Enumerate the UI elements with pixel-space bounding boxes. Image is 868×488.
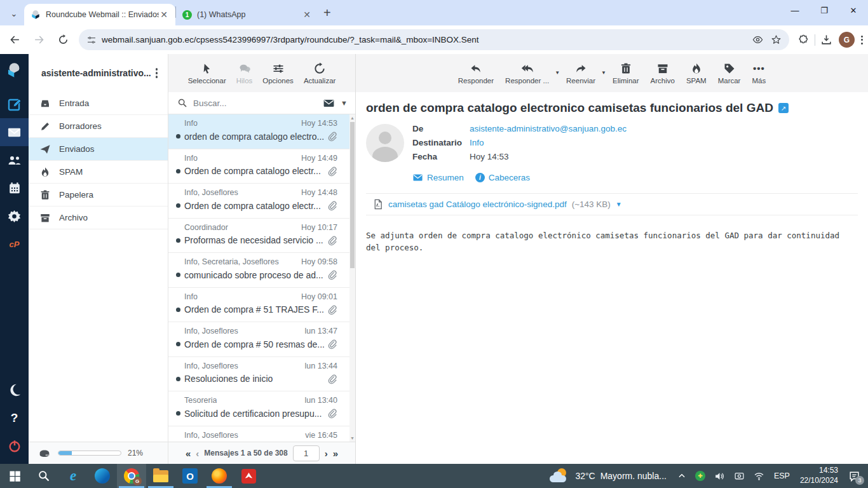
folder-item-spam[interactable]: SPAM xyxy=(29,161,168,184)
search-scope-envelope-icon[interactable] xyxy=(323,97,335,109)
summary-link[interactable]: Resumen xyxy=(412,172,464,183)
message-list-item[interactable]: Info, Josefloresvie 16:45 xyxy=(168,426,355,442)
folder-item-enviados[interactable]: Enviados xyxy=(29,138,168,161)
profile-avatar[interactable]: G xyxy=(839,32,855,48)
search-input[interactable] xyxy=(193,98,317,108)
acrobat-icon[interactable] xyxy=(234,464,263,488)
help-icon[interactable]: ? xyxy=(0,404,29,432)
extensions-icon[interactable] xyxy=(798,34,810,46)
url-text[interactable]: webmail.sanjuan.gob.ec/cpsess5423996997/… xyxy=(102,35,745,44)
restore-button[interactable]: ❐ xyxy=(810,0,839,20)
contacts-nav-icon[interactable] xyxy=(0,146,29,174)
chat-toolbar-button[interactable]: Hilos xyxy=(233,61,257,86)
back-icon[interactable] xyxy=(5,30,24,50)
message-list-item[interactable]: InfoHoy 14:53orden de compra catalogo el… xyxy=(168,114,355,149)
forward-toolbar-button[interactable]: Reenviar xyxy=(561,61,600,86)
tab-roundcube[interactable]: Roundcube Webmail :: Enviados ✕ xyxy=(24,4,175,25)
message-list-item[interactable]: Info, Josefloreslun 13:44Resoluciones de… xyxy=(168,357,355,392)
firefox-icon[interactable] xyxy=(205,464,234,488)
to-address-link[interactable]: Info xyxy=(470,138,484,147)
first-page-icon[interactable]: « xyxy=(186,448,191,459)
mail-nav-icon[interactable] xyxy=(0,118,29,146)
tab-search-button[interactable]: ⌄ xyxy=(5,4,23,22)
dots-toolbar-button[interactable]: •••Más xyxy=(747,61,771,86)
list-scrollbar[interactable]: ▲ ▼ xyxy=(349,114,355,442)
message-list-item[interactable]: CoordinadorHoy 10:17Proformas de necesid… xyxy=(168,219,355,254)
dark-mode-moon-icon[interactable] xyxy=(0,376,29,404)
close-button[interactable]: ✕ xyxy=(839,0,868,20)
tab-whatsapp[interactable]: 1 (1) WhatsApp ✕ xyxy=(176,4,318,25)
pointer-toolbar-button[interactable]: Seleccionar xyxy=(184,61,230,86)
reply-toolbar-button[interactable]: Responder xyxy=(453,61,499,86)
folder-item-archivo[interactable]: Archivo xyxy=(29,207,168,229)
message-list-item[interactable]: Tesorerialun 13:40Solicitud de certifica… xyxy=(168,391,355,426)
browser-menu-icon[interactable] xyxy=(861,36,863,44)
archivebox-toolbar-button[interactable]: Archivo xyxy=(646,61,680,86)
message-list-item[interactable]: Info, Secretaria, JosefloresHoy 09:58com… xyxy=(168,253,355,288)
headers-link[interactable]: i Cabeceras xyxy=(475,173,530,182)
page-number-input[interactable] xyxy=(293,445,320,461)
internet-explorer-icon[interactable]: e xyxy=(58,464,88,488)
clock[interactable]: 14:53 22/10/2024 xyxy=(795,466,843,485)
from-address-link[interactable]: asistente-administrativo@sanjuan.gob.ec xyxy=(470,124,627,133)
folder-item-entrada[interactable]: Entrada xyxy=(29,92,168,115)
chrome-taskbar-icon[interactable]: G xyxy=(117,464,146,488)
tray-expand-chevron-icon[interactable] xyxy=(673,471,691,480)
settings-gear-icon[interactable] xyxy=(0,202,29,230)
folder-item-papelera[interactable]: Papelera xyxy=(29,184,168,207)
antivirus-tray-icon[interactable] xyxy=(691,471,710,481)
file-explorer-icon[interactable] xyxy=(146,464,175,488)
site-settings-icon[interactable] xyxy=(86,35,97,45)
calendar-nav-icon[interactable] xyxy=(0,174,29,202)
language-indicator[interactable]: ESP xyxy=(769,471,795,480)
prev-page-icon[interactable]: ‹ xyxy=(196,448,199,459)
message-list-item[interactable]: Info, Josefloreslun 13:47Orden de compra… xyxy=(168,322,355,357)
next-page-icon[interactable]: › xyxy=(325,448,328,459)
dropdown-caret-icon[interactable]: ▼ xyxy=(555,70,560,76)
sliders-toolbar-button[interactable]: Opciones xyxy=(259,61,297,86)
action-center-icon[interactable]: 3 xyxy=(843,470,868,482)
minimize-button[interactable]: — xyxy=(780,0,810,20)
message-list-item[interactable]: InfoHoy 09:01Orden de compra # 51 TRAJES… xyxy=(168,288,355,323)
message-list-item[interactable]: Info, JosefloresHoy 14:48Orden de compra… xyxy=(168,184,355,219)
folder-menu-icon[interactable] xyxy=(152,65,162,81)
volume-icon[interactable] xyxy=(710,471,729,482)
replyall-toolbar-button[interactable]: Responder ... xyxy=(500,61,554,86)
downloads-icon[interactable] xyxy=(820,34,832,46)
search-options-chevron-icon[interactable]: ▼ xyxy=(341,99,348,107)
tab-close-icon[interactable]: ✕ xyxy=(302,10,312,20)
dropdown-caret-icon[interactable]: ▼ xyxy=(601,70,606,76)
reload-icon[interactable] xyxy=(53,30,72,50)
last-page-icon[interactable]: » xyxy=(333,448,338,459)
compose-button[interactable] xyxy=(0,90,29,118)
new-tab-button[interactable]: + xyxy=(323,6,331,20)
open-in-new-window-icon[interactable]: ↗ xyxy=(778,103,789,113)
bookmark-star-icon[interactable] xyxy=(771,34,782,45)
weather-widget[interactable]: 32°C Mayorm. nubla... xyxy=(542,468,673,484)
cpanel-icon[interactable]: cP xyxy=(0,230,29,258)
display-cast-icon[interactable] xyxy=(729,471,749,482)
message-subject: Orden de compra catalogo electr... xyxy=(184,166,324,176)
attachment-link[interactable]: camisetas gad Catálogo electrónico-signe… xyxy=(388,200,567,209)
search-icon[interactable] xyxy=(177,98,187,108)
message-list-item[interactable]: InfoHoy 14:49Orden de compra catalogo el… xyxy=(168,149,355,184)
start-button[interactable] xyxy=(0,464,29,488)
tab-close-icon[interactable]: ✕ xyxy=(159,10,169,20)
outlook-icon[interactable]: O xyxy=(175,464,205,488)
scroll-up-icon[interactable]: ▲ xyxy=(349,116,355,120)
scroll-down-icon[interactable]: ▼ xyxy=(349,436,355,440)
omnibox[interactable]: webmail.sanjuan.gob.ec/cpsess5423996997/… xyxy=(79,29,789,50)
tag-toolbar-button[interactable]: Marcar xyxy=(713,61,746,86)
taskbar-search-icon[interactable] xyxy=(29,464,58,488)
scrollbar-thumb[interactable] xyxy=(350,122,355,268)
trash-toolbar-button[interactable]: Eliminar xyxy=(607,61,644,86)
wifi-icon[interactable] xyxy=(749,471,769,482)
attachment-menu-icon[interactable]: ▼ xyxy=(616,201,622,208)
refresh-toolbar-button[interactable]: Actualizar xyxy=(300,61,340,86)
preview-eye-icon[interactable] xyxy=(752,34,763,45)
folder-item-borradores[interactable]: Borradores xyxy=(29,115,168,138)
edge-icon[interactable] xyxy=(88,464,117,488)
fire-toolbar-button[interactable]: SPAM xyxy=(681,61,712,86)
forward-icon[interactable] xyxy=(29,30,48,50)
logout-power-icon[interactable] xyxy=(0,432,29,460)
